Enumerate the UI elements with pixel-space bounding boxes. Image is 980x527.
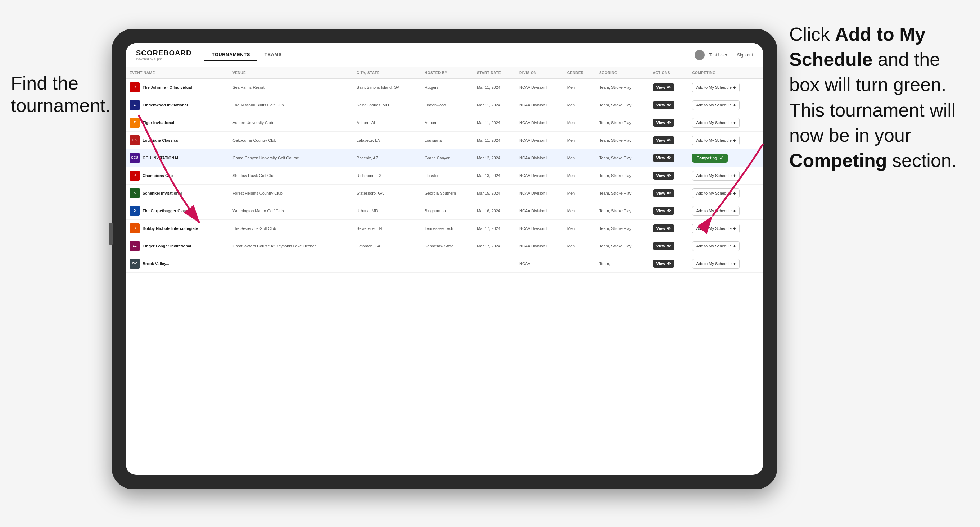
plus-icon: + <box>733 120 736 125</box>
eye-icon: 👁 <box>667 173 671 178</box>
scoring-cell: Team, Stroke Play <box>596 149 649 167</box>
start-date-cell: Mar 12, 2024 <box>473 149 516 167</box>
competing-cell[interactable]: Add to My Schedule + <box>689 202 763 220</box>
event-name: Lindenwood Invitational <box>143 103 188 108</box>
view-label: View <box>657 85 665 90</box>
view-button[interactable]: View 👁 <box>653 137 675 144</box>
add-schedule-label: Add to My Schedule <box>696 209 731 213</box>
plus-icon: + <box>733 173 736 178</box>
competing-cell[interactable]: Add to My Schedule + <box>689 114 763 132</box>
table-row: L Lindenwood Invitational The Missouri B… <box>126 97 763 114</box>
divider: | <box>732 52 733 57</box>
view-label: View <box>657 244 665 248</box>
add-to-schedule-button[interactable]: Add to My Schedule + <box>692 118 740 128</box>
start-date-cell: Mar 11, 2024 <box>473 132 516 149</box>
eye-icon: 👁 <box>667 85 671 90</box>
add-to-schedule-button[interactable]: Add to My Schedule + <box>692 224 740 233</box>
venue-cell: Great Waters Course At Reynolds Lake Oco… <box>229 237 353 255</box>
actions-cell: View 👁 <box>649 202 689 220</box>
hosted-by-cell: Lindenwood <box>421 97 473 114</box>
competing-cell[interactable]: Add to My Schedule + <box>689 184 763 202</box>
view-button[interactable]: View 👁 <box>653 224 675 232</box>
city-cell: Eatonton, GA <box>353 237 421 255</box>
add-schedule-label: Add to My Schedule <box>696 103 731 107</box>
gender-cell: Men <box>563 97 596 114</box>
city-cell: Richmond, TX <box>353 167 421 184</box>
eye-icon: 👁 <box>667 262 671 266</box>
add-to-schedule-button[interactable]: Add to My Schedule + <box>692 259 740 269</box>
add-to-schedule-button[interactable]: Add to My Schedule + <box>692 189 740 198</box>
division-cell: NCAA Division I <box>516 114 563 132</box>
event-name-cell: LL Linger Longer Invitational <box>126 237 229 255</box>
view-button[interactable]: View 👁 <box>653 171 675 179</box>
city-cell: Saint Charles, MO <box>353 97 421 114</box>
view-label: View <box>657 226 665 230</box>
view-button[interactable]: View 👁 <box>653 242 675 250</box>
division-cell: NCAA Division I <box>516 167 563 184</box>
competing-cell[interactable]: Add to My Schedule + <box>689 132 763 149</box>
add-to-schedule-button[interactable]: Add to My Schedule + <box>692 136 740 145</box>
table-row: S Schenkel Invitational Forest Heights C… <box>126 184 763 202</box>
team-logo: GCU <box>130 153 140 163</box>
view-button[interactable]: View 👁 <box>653 260 675 268</box>
actions-cell: View 👁 <box>649 220 689 237</box>
competing-cell[interactable]: Add to My Schedule + <box>689 97 763 114</box>
view-button[interactable]: View 👁 <box>653 83 675 91</box>
tab-teams[interactable]: TEAMS <box>257 49 289 61</box>
tab-tournaments[interactable]: TOURNAMENTS <box>204 49 257 61</box>
view-button[interactable]: View 👁 <box>653 154 675 162</box>
competing-cell[interactable]: Add to My Schedule + <box>689 167 763 184</box>
gender-cell: Men <box>563 220 596 237</box>
start-date-cell <box>473 255 516 273</box>
scoring-cell: Team, Stroke Play <box>596 132 649 149</box>
team-logo: H <box>130 170 140 181</box>
col-date: START DATE <box>473 67 516 79</box>
view-button[interactable]: View 👁 <box>653 119 675 127</box>
competing-cell[interactable]: Add to My Schedule + <box>689 255 763 273</box>
event-name-cell: B Bobby Nichols Intercollegiate <box>126 220 229 237</box>
event-name: The Carpetbagger Classic <box>143 208 191 213</box>
team-logo: B <box>130 224 140 233</box>
eye-icon: 👁 <box>667 138 671 143</box>
view-button[interactable]: View 👁 <box>653 189 675 197</box>
add-to-schedule-button[interactable]: Add to My Schedule + <box>692 171 740 181</box>
table-row: GCU GCU INVITATIONAL Grand Canyon Univer… <box>126 149 763 167</box>
add-schedule-label: Add to My Schedule <box>696 191 731 195</box>
competing-label: Competing <box>697 156 717 160</box>
gender-cell: Men <box>563 237 596 255</box>
view-button[interactable]: View 👁 <box>653 207 675 215</box>
scoring-cell: Team, Stroke Play <box>596 97 649 114</box>
actions-cell: View 👁 <box>649 255 689 273</box>
plus-icon: + <box>733 208 736 214</box>
table-row: B Bobby Nichols Intercollegiate The Sevi… <box>126 220 763 237</box>
col-scoring: SCORING <box>596 67 649 79</box>
add-to-schedule-button[interactable]: Add to My Schedule + <box>692 83 740 92</box>
city-cell: Auburn, AL <box>353 114 421 132</box>
division-cell: NCAA Division I <box>516 184 563 202</box>
eye-icon: 👁 <box>667 191 671 195</box>
event-name-cell: H Champions Cup <box>126 167 229 184</box>
city-cell: Phoenix, AZ <box>353 149 421 167</box>
add-to-schedule-button[interactable]: Add to My Schedule + <box>692 100 740 110</box>
competing-button[interactable]: Competing ✓ <box>692 154 727 163</box>
event-name: Louisiana Classics <box>143 138 178 143</box>
competing-cell[interactable]: Competing ✓ <box>689 149 763 167</box>
competing-cell[interactable]: Add to My Schedule + <box>689 220 763 237</box>
actions-cell: View 👁 <box>649 167 689 184</box>
venue-cell: Oakbourne Country Club <box>229 132 353 149</box>
add-to-schedule-button[interactable]: Add to My Schedule + <box>692 241 740 251</box>
col-competing: COMPETING <box>689 67 763 79</box>
competing-cell[interactable]: Add to My Schedule + <box>689 79 763 97</box>
competing-cell[interactable]: Add to My Schedule + <box>689 237 763 255</box>
event-name-cell: S Schenkel Invitational <box>126 184 229 202</box>
view-button[interactable]: View 👁 <box>653 101 675 109</box>
actions-cell: View 👁 <box>649 184 689 202</box>
team-logo: BV <box>130 259 140 269</box>
hosted-by-cell: Louisiana <box>421 132 473 149</box>
sign-out-link[interactable]: Sign out <box>737 52 753 57</box>
avatar <box>695 50 705 60</box>
event-name: The Johnnie - O Individual <box>143 85 192 90</box>
add-to-schedule-button[interactable]: Add to My Schedule + <box>692 206 740 216</box>
venue-cell: Sea Palms Resort <box>229 79 353 97</box>
event-name-cell: BV Brook Valley... <box>126 255 229 273</box>
